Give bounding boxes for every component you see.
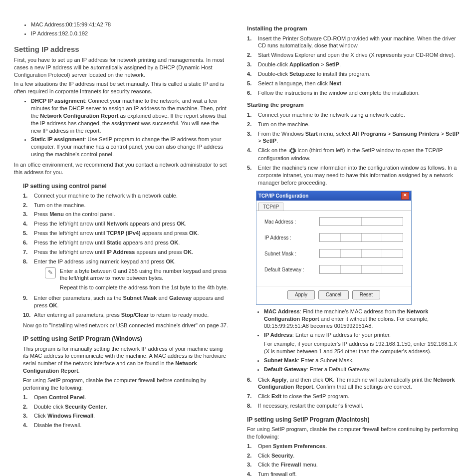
- step: Click Security.: [247, 452, 462, 460]
- step: Click the Firewall menu.: [247, 461, 462, 469]
- paragraph: For using SetIP program, disable the com…: [23, 377, 229, 392]
- step: Click Apply, and then click OK. The mach…: [247, 376, 462, 391]
- step: Disable the firewall.: [23, 422, 229, 429]
- field-label: IP Address :: [264, 235, 319, 241]
- list-item: Default Gateway: Enter a Default Gateway…: [264, 366, 462, 373]
- field-label: Subnet Mask :: [264, 250, 319, 257]
- dialog-title: TCP/IP Configuration: [258, 193, 308, 200]
- step: Double-click Application > SetIP.: [247, 61, 462, 68]
- step: Select a language, then click Next.: [247, 80, 462, 87]
- paragraph: First, you have to set up an IP address …: [14, 56, 229, 79]
- post-dialog-bullets: MAC Address: Find the machine's MAC addr…: [247, 308, 462, 373]
- step: If necessary, restart the computer's fir…: [247, 402, 462, 410]
- step: Click Windows Firewall.: [23, 412, 229, 420]
- step: Press the left/right arrow until Static …: [23, 239, 229, 246]
- field-label: Default Gateway :: [264, 266, 319, 273]
- step: Click Exit to close the SetIP program.: [247, 393, 462, 400]
- step: Press the left/right arrow until TCP/IP …: [23, 230, 229, 237]
- step: Click on the icon (third from left) in t…: [247, 147, 462, 162]
- step: Enter the IP address using numeric keypa…: [23, 258, 229, 291]
- close-icon[interactable]: ✕: [401, 192, 409, 200]
- top-bullets: MAC Address:00:15:99:41:A2:78 IP Address…: [14, 21, 229, 37]
- step: Double click Security Center.: [23, 403, 229, 411]
- step: Open System Preferences.: [247, 443, 462, 450]
- list-item: Static IP assignment: Use SetIP program …: [31, 136, 229, 158]
- paragraph: This program is for manually setting the…: [23, 345, 229, 375]
- mac-address-input[interactable]: [319, 217, 403, 226]
- note-icon: ✎: [45, 267, 56, 278]
- step: Enter other parameters, such as the Subn…: [23, 294, 229, 309]
- control-panel-steps: Connect your machine to the network with…: [14, 192, 229, 291]
- paragraph: In a few situations the IP address must …: [14, 80, 229, 95]
- default-gateway-input[interactable]: [319, 265, 403, 274]
- reset-button[interactable]: Reset: [352, 290, 380, 299]
- heading-control-panel: IP setting using control panel: [23, 182, 229, 190]
- settings-gear-icon: [288, 147, 296, 155]
- control-panel-steps-continued: Enter other parameters, such as the Subn…: [14, 294, 229, 319]
- step: Enter the machine's new information into…: [247, 164, 462, 187]
- heading-setip-windows: IP setting using SetIP Program (Windows): [23, 335, 229, 343]
- cancel-button[interactable]: Cancel: [318, 290, 349, 299]
- subnet-mask-input[interactable]: [319, 249, 403, 258]
- apply-button[interactable]: Apply: [287, 290, 315, 299]
- note: ✎ Enter a byte between 0 and 255 using t…: [45, 267, 229, 292]
- list-item: IP Address: Enter a new IP address for y…: [264, 331, 462, 355]
- assignment-bullets: DHCP IP assignment: Connect your machine…: [14, 97, 229, 158]
- step: Open Control Panel.: [23, 394, 229, 401]
- install-steps: Insert the Printer Software CD-ROM provi…: [247, 35, 462, 97]
- heading-installing: Installing the program: [247, 25, 462, 33]
- list-item: Subnet Mask: Enter a Subnet Mask.: [264, 357, 462, 364]
- step: Press Menu on the control panel.: [23, 211, 229, 218]
- step: From the Windows Start menu, select All …: [247, 130, 462, 145]
- list-item: MAC Address:00:15:99:41:A2:78: [31, 21, 229, 28]
- step: Double-click Setup.exe to install this p…: [247, 70, 462, 78]
- step: Start Windows Explorer and open the X dr…: [247, 51, 462, 59]
- step: Insert the Printer Software CD-ROM provi…: [247, 35, 462, 50]
- step: Turn on the machine.: [23, 202, 229, 209]
- heading-setting-ip: Setting IP address: [14, 44, 229, 54]
- paragraph: In an office environment, we recommend t…: [14, 161, 229, 176]
- heading-setip-macintosh: IP setting using SetIP Program (Macintos…: [247, 416, 462, 424]
- step: Turn firewall off.: [247, 471, 462, 476]
- windows-firewall-steps: Open Control Panel. Double click Securit…: [14, 394, 229, 429]
- list-item: IP Address:192.0.0.192: [31, 30, 229, 37]
- field-label: Mac Address :: [264, 219, 319, 226]
- paragraph: Now go to "Installing wired network or U…: [23, 322, 229, 329]
- tcpip-config-dialog: TCP/IP Configuration ✕ TCP/IP Mac Addres…: [256, 191, 412, 305]
- list-item: DHCP IP assignment: Connect your machine…: [31, 97, 229, 134]
- step: Press the left/right arrow until IP Addr…: [23, 248, 229, 256]
- start-steps: Connect your machine to the network usin…: [247, 111, 462, 187]
- heading-starting: Starting the program: [247, 101, 462, 109]
- mac-steps: Open System Preferences. Click Security.…: [247, 443, 462, 476]
- step: Press the left/right arrow until Network…: [23, 220, 229, 228]
- step: Follow the instructions in the window an…: [247, 89, 462, 97]
- step: Connect your machine to the network with…: [23, 192, 229, 200]
- step: Turn on the machine.: [247, 121, 462, 128]
- ip-address-input[interactable]: [319, 233, 403, 242]
- step: After entering all parameters, press Sto…: [23, 311, 229, 319]
- start-steps-continued: Click Apply, and then click OK. The mach…: [247, 376, 462, 410]
- list-item: MAC Address: Find the machine's MAC addr…: [264, 308, 462, 330]
- step: Connect your machine to the network usin…: [247, 111, 462, 119]
- dialog-tab[interactable]: TCP/IP: [258, 203, 283, 211]
- paragraph: For using SetIP program, disable the com…: [247, 426, 462, 441]
